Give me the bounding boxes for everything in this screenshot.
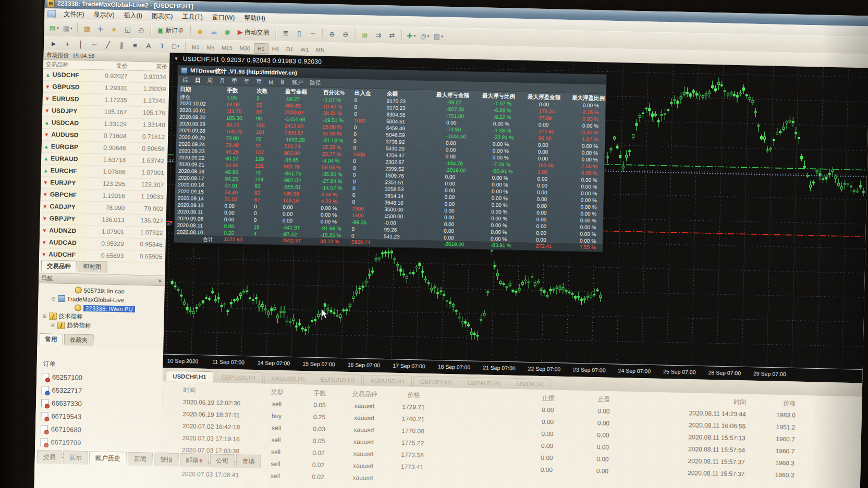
cursor-tool-icon[interactable]: ► bbox=[47, 37, 60, 51]
chart-tab-GBPJPY,H1[interactable]: GBPJPY,H1 bbox=[413, 376, 459, 388]
expander-icon[interactable]: ⊞ bbox=[50, 322, 55, 328]
chart-tab-EURUSD,H1[interactable]: EURUSD,H1 bbox=[314, 373, 362, 385]
history-cell[interactable]: 0.00 bbox=[527, 406, 569, 414]
new-order-button[interactable]: ▣新订单 bbox=[154, 24, 187, 37]
new-chart-icon[interactable]: ▤▾ bbox=[47, 21, 60, 34]
terminal-tab-交易[interactable]: 交易 bbox=[36, 450, 62, 464]
history-cell[interactable]: 2020.08.11 14:23:44 bbox=[652, 409, 746, 418]
timeframe-d1[interactable]: D1 bbox=[283, 43, 297, 54]
history-cell[interactable]: 1960.7 bbox=[748, 435, 795, 443]
timeframe-m1[interactable]: M1 bbox=[188, 42, 203, 53]
history-cell[interactable]: 1951.2 bbox=[748, 423, 795, 431]
history-cell[interactable]: 1773.58 bbox=[392, 451, 433, 459]
chart-tab-GBPUSD,H1[interactable]: GBPUSD,H1 bbox=[215, 371, 263, 383]
menu-item-0[interactable]: 文件(F) bbox=[59, 8, 89, 20]
history-cell[interactable]: sell bbox=[261, 400, 292, 408]
history-cell[interactable]: 0.02 bbox=[302, 473, 334, 481]
history-cell[interactable]: 1960.7 bbox=[748, 447, 794, 455]
tab-交易品种[interactable]: 交易品种 bbox=[41, 260, 77, 272]
stats-toolbar-周[interactable]: 周 bbox=[207, 77, 213, 84]
history-cell[interactable]: 0.00 bbox=[527, 418, 568, 426]
history-cell[interactable]: 0.25 bbox=[303, 413, 335, 421]
terminal-tab-公司[interactable]: 公司 bbox=[210, 454, 235, 468]
menu-item-5[interactable]: 窗口(W) bbox=[207, 11, 240, 23]
templates-icon[interactable]: ▨▾ bbox=[432, 30, 445, 43]
chevron-down-icon[interactable]: ▼ bbox=[174, 56, 178, 61]
history-cell[interactable]: xauusd bbox=[344, 402, 385, 410]
metaeditor-icon[interactable]: ◆ bbox=[194, 24, 207, 37]
strategy-tester-icon[interactable]: ◴ bbox=[135, 23, 148, 36]
history-cell[interactable]: xauusd bbox=[343, 426, 385, 434]
stats-toolbar-日[interactable]: 日 bbox=[195, 77, 201, 84]
history-cell[interactable]: 2020.07.03 17:08:41 bbox=[181, 470, 254, 479]
tab-即时图[interactable]: 即时图 bbox=[78, 260, 107, 272]
trendline-tool-icon[interactable]: ╱ bbox=[102, 39, 115, 52]
menu-item-6[interactable]: 帮助(H) bbox=[239, 12, 270, 24]
terminal-tab-邮箱[interactable]: 邮箱6 bbox=[179, 453, 209, 467]
history-cell[interactable]: 0.02 bbox=[303, 449, 334, 457]
menu-item-1[interactable]: 显示(V) bbox=[89, 9, 119, 20]
stats-toolbar-备[interactable]: 备 bbox=[280, 78, 286, 85]
tab-常用[interactable]: 常用 bbox=[39, 333, 63, 345]
stats-toolbar-M[interactable]: M bbox=[268, 79, 273, 85]
dropdown-arrow-icon[interactable]: ▾ bbox=[441, 34, 443, 39]
stats-toolbar-月[interactable]: 月 bbox=[219, 77, 225, 84]
history-cell[interactable]: 2020.07.03 17:19:16 bbox=[182, 434, 255, 443]
history-cell[interactable]: 1983.0 bbox=[749, 411, 796, 419]
stats-toolbar-综[interactable]: 综 bbox=[182, 76, 188, 83]
chart-tab-USDCHF,H1[interactable]: USDCHF,H1 bbox=[166, 370, 213, 382]
expander-icon[interactable]: ⊞ bbox=[42, 314, 47, 319]
shapes-tool-icon[interactable]: □▾ bbox=[169, 40, 182, 53]
dropdown-arrow-icon[interactable]: ▾ bbox=[177, 44, 179, 49]
menu-item-4[interactable]: 工具(T) bbox=[177, 11, 207, 22]
history-cell[interactable]: 0.00 bbox=[526, 454, 568, 462]
navigator-icon[interactable]: ★ bbox=[107, 23, 120, 36]
vertical-line-tool-icon[interactable]: │ bbox=[75, 38, 88, 51]
history-cell[interactable]: 0.00 bbox=[581, 467, 623, 476]
text-tool-icon[interactable]: A bbox=[142, 40, 155, 53]
fibonacci-tool-icon[interactable]: ≡ bbox=[129, 39, 142, 52]
history-cell[interactable]: 1960.3 bbox=[747, 471, 794, 479]
zoom-out-icon[interactable]: ⊖ bbox=[339, 28, 352, 41]
menu-item-2[interactable]: 插入(I) bbox=[119, 10, 147, 21]
line-chart-icon[interactable]: ～ bbox=[307, 27, 320, 40]
candlestick-icon[interactable]: ▯ bbox=[293, 27, 306, 40]
history-cell[interactable]: xauusd bbox=[342, 474, 384, 482]
history-cell[interactable]: 0.00 bbox=[526, 442, 568, 450]
history-cell[interactable]: xauusd bbox=[343, 438, 384, 446]
history-cell[interactable]: sell bbox=[261, 424, 292, 432]
history-cell[interactable]: 0.00 bbox=[527, 430, 568, 438]
timeframe-m5[interactable]: M5 bbox=[203, 42, 218, 53]
stats-toolbar-账户[interactable]: 账户 bbox=[292, 79, 303, 86]
terminal-tab-警报[interactable]: 警报 bbox=[153, 453, 179, 467]
chart-tab-GBPAUD,H1[interactable]: GBPAUD,H1 bbox=[460, 377, 508, 389]
history-cell[interactable]: 0.05 bbox=[304, 401, 335, 409]
history-cell[interactable]: xauusd bbox=[343, 414, 385, 422]
horizontal-line-tool-icon[interactable]: ─ bbox=[88, 38, 101, 51]
history-cell[interactable]: 0.00 bbox=[525, 466, 567, 474]
history-cell[interactable]: buy bbox=[261, 412, 292, 420]
tile-windows-icon[interactable]: ⊞ bbox=[359, 28, 372, 41]
stats-toolbar-季[interactable]: 季 bbox=[231, 77, 237, 84]
profiles-icon[interactable]: ▥▾ bbox=[61, 22, 74, 35]
terminal-tab-市场[interactable]: 市场 bbox=[236, 454, 261, 468]
data-window-icon[interactable]: ✛ bbox=[94, 22, 107, 35]
history-cell[interactable]: 2020.06.19 18:37:11 bbox=[182, 410, 255, 419]
dropdown-arrow-icon[interactable]: ▾ bbox=[413, 33, 415, 38]
dropdown-arrow-icon[interactable]: ▾ bbox=[427, 34, 429, 39]
timeframe-mn[interactable]: MN bbox=[312, 44, 328, 55]
history-cell[interactable]: 0.02 bbox=[302, 461, 334, 469]
history-cell[interactable]: 2020.06.19 12:02:36 bbox=[183, 398, 256, 407]
auto-scroll-icon[interactable]: ⇄ bbox=[386, 29, 399, 42]
timeframe-m30[interactable]: M30 bbox=[236, 43, 254, 54]
bar-chart-icon[interactable]: ≣ bbox=[279, 27, 292, 40]
history-cell[interactable]: 0.03 bbox=[303, 425, 335, 433]
terminal-tab-新闻[interactable]: 新闻 bbox=[127, 452, 153, 466]
indicators-icon[interactable]: ✚▾ bbox=[405, 29, 418, 42]
timeframe-w1[interactable]: W1 bbox=[297, 44, 312, 55]
stats-toolbar-路径[interactable]: 路径 bbox=[310, 79, 321, 86]
history-cell[interactable]: 0.00 bbox=[582, 443, 624, 452]
timeframe-h4[interactable]: H4 bbox=[268, 43, 283, 54]
stats-toolbar-币[interactable]: 币 bbox=[256, 78, 262, 85]
dropdown-arrow-icon[interactable]: ▾ bbox=[70, 26, 72, 31]
